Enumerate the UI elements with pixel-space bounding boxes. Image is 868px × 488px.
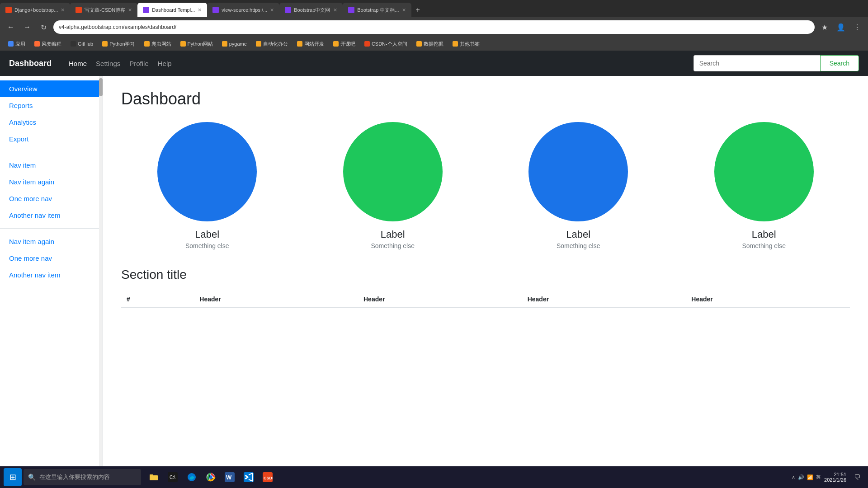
sidebar-item-analytics[interactable]: Analytics xyxy=(0,114,103,131)
card-item: Label Something else xyxy=(492,122,665,249)
page-title: Dashboard xyxy=(121,89,850,108)
card-label: Label xyxy=(381,229,405,240)
taskbar-search-box[interactable]: 🔍 在这里输入你要搜索的内容 xyxy=(24,469,141,485)
brand-logo: Dashboard xyxy=(9,59,52,68)
sidebar-scrollbar[interactable] xyxy=(99,76,103,488)
browser-toolbar: ← → ↻ ★ 👤 ⋮ xyxy=(0,17,868,37)
taskbar-file-explorer[interactable] xyxy=(145,468,163,486)
nav-links: HomeSettingsProfileHelp xyxy=(65,60,175,67)
bookmark-star-button[interactable]: ★ xyxy=(818,21,831,33)
card-sublabel: Something else xyxy=(742,242,786,249)
sidebar-item-nav-item-again[interactable]: Nav item again xyxy=(0,174,103,190)
taskbar-search-label: 在这里输入你要搜索的内容 xyxy=(39,473,110,481)
taskbar-csdn[interactable]: CSDN xyxy=(259,468,277,486)
volume-icon[interactable]: 🔊 xyxy=(798,474,804,480)
table-wrapper: #HeaderHeaderHeaderHeader xyxy=(121,291,850,308)
browser-tab[interactable]: view-source:https:/... ✕ xyxy=(207,3,279,17)
card-item: Label Something else xyxy=(121,122,293,249)
table-header: Header xyxy=(194,291,358,308)
nav-link-home[interactable]: Home xyxy=(65,60,90,67)
table-header: Header xyxy=(686,291,850,308)
card-sublabel: Something else xyxy=(185,242,229,249)
card-circle xyxy=(714,122,814,221)
card-circle xyxy=(343,122,443,221)
sidebar-item-reports[interactable]: Reports xyxy=(0,97,103,114)
page-wrapper: Dashboard HomeSettingsProfileHelp Search… xyxy=(0,51,868,488)
taskbar: ⊞ 🔍 在这里输入你要搜索的内容 C:\ W CSDN xyxy=(0,466,868,488)
card-label: Label xyxy=(566,229,590,240)
sidebar-item-another-nav-item[interactable]: Another nav item xyxy=(0,267,103,283)
bookmark-item[interactable]: 开课吧 xyxy=(330,40,359,48)
new-tab-button[interactable]: + xyxy=(411,3,425,17)
table-header: # xyxy=(121,291,194,308)
main-content: Dashboard Label Something else Label Som… xyxy=(103,76,868,488)
address-bar[interactable] xyxy=(53,20,815,34)
browser-tab[interactable]: Bootstrap 中文档... ✕ xyxy=(343,3,411,17)
reload-button[interactable]: ↻ xyxy=(37,21,50,33)
svg-text:W: W xyxy=(226,474,232,481)
taskbar-vscode[interactable] xyxy=(240,468,258,486)
table-header: Header xyxy=(358,291,522,308)
bookmark-item[interactable]: pygame xyxy=(218,40,250,47)
svg-rect-1 xyxy=(150,475,158,480)
bookmark-item[interactable]: 爬虫网站 xyxy=(141,40,175,48)
browser-tab[interactable]: Django+bootstrap... ✕ xyxy=(0,3,70,17)
taskbar-terminal[interactable]: C:\ xyxy=(164,468,182,486)
browser-tab[interactable]: 写文章-CSDN博客 ✕ xyxy=(70,3,137,17)
search-input[interactable] xyxy=(693,55,820,71)
sidebar-item-nav-item[interactable]: Nav item xyxy=(0,157,103,174)
navbar-search: Search xyxy=(693,55,859,71)
bookmark-item[interactable]: 风变编程 xyxy=(31,40,65,48)
section-title: Section title xyxy=(121,267,850,282)
cards-row: Label Something else Label Something els… xyxy=(121,122,850,249)
sidebar-item-another-nav-item[interactable]: Another nav item xyxy=(0,207,103,224)
taskbar-word[interactable]: W xyxy=(221,468,239,486)
card-circle xyxy=(157,122,257,221)
card-sublabel: Something else xyxy=(371,242,415,249)
sidebar-item-one-more-nav[interactable]: One more nav xyxy=(0,250,103,267)
sidebar-divider xyxy=(0,152,103,152)
sidebar-item-nav-item-again[interactable]: Nav item again xyxy=(0,233,103,250)
taskbar-chrome[interactable] xyxy=(202,468,220,486)
bookmark-item[interactable]: Python学习 xyxy=(99,40,138,48)
bookmark-item[interactable]: GitHub xyxy=(67,40,97,47)
nav-link-profile[interactable]: Profile xyxy=(126,60,152,67)
wifi-icon[interactable]: 📶 xyxy=(807,474,813,480)
menu-button[interactable]: ⋮ xyxy=(851,21,863,33)
bookmark-item[interactable]: 自动化办公 xyxy=(252,40,292,48)
bookmarks-bar: 应用风变编程GitHubPython学习爬虫网站Python网站pygame自动… xyxy=(0,37,868,51)
start-button[interactable]: ⊞ xyxy=(4,468,22,486)
lang-indicator[interactable]: 英 xyxy=(816,474,821,480)
nav-link-settings[interactable]: Settings xyxy=(92,60,124,67)
nav-link-help[interactable]: Help xyxy=(154,60,175,67)
browser-tab[interactable]: Dashboard Templ... ✕ xyxy=(137,3,207,17)
sidebar-scrollbar-thumb[interactable] xyxy=(99,78,103,96)
clock-time: 21:51 xyxy=(834,472,846,477)
search-button[interactable]: Search xyxy=(820,55,859,71)
bookmark-item[interactable]: CSDN-个人空间 xyxy=(361,40,411,48)
data-table: #HeaderHeaderHeaderHeader xyxy=(121,291,850,308)
sidebar-item-overview[interactable]: Overview xyxy=(0,80,103,97)
browser-chrome: Django+bootstrap... ✕ 写文章-CSDN博客 ✕ Dashb… xyxy=(0,0,868,51)
bookmark-item[interactable]: 网站开发 xyxy=(293,40,328,48)
forward-button[interactable]: → xyxy=(21,21,33,33)
bookmark-item[interactable]: Python网站 xyxy=(177,40,217,48)
svg-text:CSDN: CSDN xyxy=(264,476,273,480)
taskbar-right: ∧ 🔊 📶 英 21:51 2021/1/26 🗨 xyxy=(792,469,864,485)
taskbar-clock[interactable]: 21:51 2021/1/26 xyxy=(824,472,846,483)
notification-button[interactable]: 🗨 xyxy=(850,469,864,485)
sidebar-item-export[interactable]: Export xyxy=(0,131,103,147)
account-button[interactable]: 👤 xyxy=(835,21,847,33)
taskbar-edge[interactable] xyxy=(183,468,201,486)
sidebar-item-one-more-nav[interactable]: One more nav xyxy=(0,190,103,207)
bookmark-item[interactable]: 应用 xyxy=(5,40,29,48)
content-layout: OverviewReportsAnalyticsExportNav itemNa… xyxy=(0,76,868,488)
sidebar: OverviewReportsAnalyticsExportNav itemNa… xyxy=(0,76,103,488)
bookmark-item[interactable]: 其他书签 xyxy=(449,40,483,48)
card-sublabel: Something else xyxy=(557,242,600,249)
bookmark-item[interactable]: 数据挖掘 xyxy=(413,40,447,48)
back-button[interactable]: ← xyxy=(5,21,17,33)
browser-tabs-bar: Django+bootstrap... ✕ 写文章-CSDN博客 ✕ Dashb… xyxy=(0,0,868,17)
browser-tab[interactable]: Bootstrap中文网 ✕ xyxy=(279,3,343,17)
svg-text:C:\: C:\ xyxy=(170,475,175,480)
